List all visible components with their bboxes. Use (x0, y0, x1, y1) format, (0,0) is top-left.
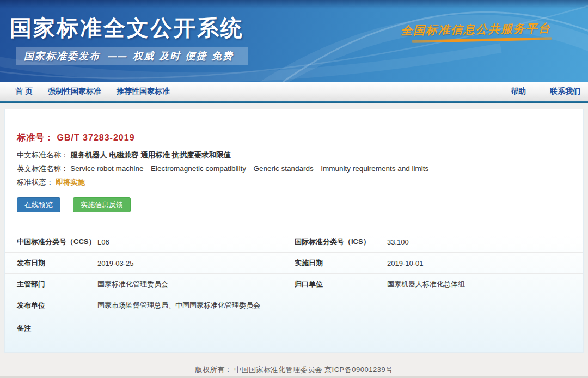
table-row: 主管部门 国家标准化管理委员会 归口单位 国家机器人标准化总体组 (5, 274, 583, 295)
cn-name-line: 中文标准名称： 服务机器人 电磁兼容 通用标准 抗扰度要求和限值 (17, 150, 583, 160)
nav-item-recommended-standards[interactable]: 推荐性国家标准 (117, 87, 170, 96)
implementation-feedback-button[interactable]: 实施信息反馈 (73, 197, 131, 212)
en-name-value: Service robot machine—Electromagnetic co… (70, 164, 428, 173)
ics-label: 国际标准分类号（ICS） (295, 237, 387, 247)
ics-value: 33.100 (387, 238, 409, 246)
en-name-line: 英文标准名称： Service robot machine—Electromag… (17, 164, 583, 174)
publish-date-value: 2019-03-25 (97, 259, 134, 267)
centralized-unit-value: 国家机器人标准化总体组 (387, 279, 465, 289)
meta-cell-implement-date: 实施日期 2019-10-01 (295, 258, 583, 268)
ccs-label: 中国标准分类号（CCS） (5, 237, 97, 247)
nav-item-contact[interactable]: 联系我们 (550, 87, 580, 96)
authority-label: 主管部门 (5, 279, 97, 289)
platform-tagline: 全国标准信息公共服务平台 (401, 21, 551, 39)
standard-detail-card: 标准号： GB/T 37283-2019 中文标准名称： 服务机器人 电磁兼容 … (4, 109, 584, 353)
status-line: 标准状态： 即将实施 (17, 178, 583, 187)
meta-cell-remarks: 备注 (5, 324, 97, 333)
nav-item-mandatory-standards[interactable]: 强制性国家标准 (48, 87, 101, 96)
nav-item-home[interactable]: 首 页 (15, 87, 33, 96)
ccs-value: L06 (97, 238, 109, 246)
meta-cell-centralized-unit: 归口单位 国家机器人标准化总体组 (295, 279, 583, 289)
implement-date-label: 实施日期 (295, 258, 387, 268)
cn-name-value: 服务机器人 电磁兼容 通用标准 抗扰度要求和限值 (70, 151, 231, 159)
status-label: 标准状态： (17, 178, 54, 186)
site-title: 国家标准全文公开系统 (10, 13, 244, 43)
authority-value: 国家标准化管理委员会 (97, 279, 168, 289)
copyright-text: 版权所有： 中国国家标准化管理委员会 京ICP备09001239号 (0, 353, 588, 375)
banner-dash: —— (107, 50, 126, 62)
main-nav: 首 页 强制性国家标准 推荐性国家标准 帮助 联系我们 (0, 82, 588, 101)
nav-bottom-border (0, 101, 588, 103)
meta-cell-ccs: 中国标准分类号（CCS） L06 (5, 237, 295, 247)
standard-number-label: 标准号： (17, 133, 54, 142)
centralized-unit-label: 归口单位 (295, 279, 387, 289)
nav-item-help[interactable]: 帮助 (511, 87, 526, 96)
action-button-row: 在线预览 实施信息反馈 (17, 197, 583, 212)
implement-date-value: 2019-10-01 (387, 259, 424, 267)
standard-number-value: GB/T 37283-2019 (57, 133, 134, 142)
issuing-unit-value: 国家市场监督管理总局、中国国家标准化管理委员会 (97, 301, 260, 310)
publish-date-label: 发布日期 (5, 258, 97, 268)
table-row: 备注 (5, 316, 583, 350)
standard-meta-table: 中国标准分类号（CCS） L06 国际标准分类号（ICS） 33.100 发布日… (5, 231, 583, 350)
issuing-unit-label: 发布单位 (5, 301, 97, 310)
remarks-label: 备注 (5, 324, 97, 333)
page-footer: 版权所有： 中国国家标准化管理委员会 京ICP备09001239号 (0, 353, 588, 378)
online-preview-button[interactable]: 在线预览 (17, 197, 60, 212)
meta-cell-issuing-unit: 发布单位 国家市场监督管理总局、中国国家标准化管理委员会 (5, 301, 260, 310)
table-row: 发布日期 2019-03-25 实施日期 2019-10-01 (5, 253, 583, 274)
publisher-label: 国家标准委发布 (24, 50, 100, 63)
meta-cell-publish-date: 发布日期 2019-03-25 (5, 258, 295, 268)
table-row: 发布单位 国家市场监督管理总局、中国国家标准化管理委员会 (5, 295, 583, 316)
header-sub-banner: 国家标准委发布 —— 权威 及时 便捷 免费 (16, 47, 248, 65)
standard-number-line: 标准号： GB/T 37283-2019 (17, 132, 583, 144)
status-value: 即将实施 (56, 178, 85, 186)
dotted-separator (17, 223, 571, 223)
table-row: 中国标准分类号（CCS） L06 国际标准分类号（ICS） 33.100 (5, 231, 583, 253)
cn-name-label: 中文标准名称： (17, 151, 69, 159)
en-name-label: 英文标准名称： (17, 164, 69, 173)
slogan-text: 权威 及时 便捷 免费 (133, 50, 234, 63)
site-header: 国家标准全文公开系统 国家标准委发布 —— 权威 及时 便捷 免费 全国标准信息… (0, 0, 588, 82)
meta-cell-ics: 国际标准分类号（ICS） 33.100 (295, 237, 583, 247)
meta-cell-authority: 主管部门 国家标准化管理委员会 (5, 279, 295, 289)
